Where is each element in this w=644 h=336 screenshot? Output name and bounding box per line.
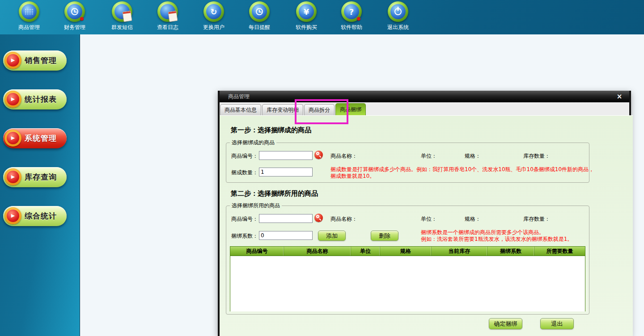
- toolbar-item-reminder[interactable]: 每日提醒: [236, 1, 283, 31]
- bundle-coef-label: 捆绑系数：: [231, 232, 258, 240]
- stock-qty-label: 库存数量：: [523, 152, 550, 160]
- column-header[interactable]: 单位: [351, 247, 380, 256]
- toolbar-item-switch-user[interactable]: ↻ 更换用户: [191, 1, 237, 31]
- toolbar-item-label: 群发短信: [99, 24, 145, 31]
- log-icon: [157, 1, 178, 22]
- column-header[interactable]: 商品编号: [230, 247, 284, 256]
- tab-product-split[interactable]: 商品拆分: [304, 104, 335, 115]
- toolbar-item-exit[interactable]: 退出系统: [375, 1, 421, 31]
- bundle-coef-input[interactable]: [259, 231, 313, 240]
- column-header[interactable]: 商品名称: [284, 247, 351, 256]
- spec-label: 规格：: [465, 215, 481, 223]
- arrow-circle-icon: ▶: [4, 91, 21, 108]
- sidebar-item-summary[interactable]: ▶ 综合统计: [3, 206, 67, 226]
- unit-label: 单位：: [421, 152, 437, 160]
- step2-product-code-input[interactable]: [259, 214, 313, 223]
- step1-heading: 第一步：选择捆绑成的商品: [231, 126, 311, 134]
- toolbar-item-finance[interactable]: 财务管理: [51, 1, 98, 31]
- product-code-label: 商品编号：: [231, 215, 258, 223]
- close-icon[interactable]: ×: [615, 91, 623, 102]
- step1-groupbox: 选择捆绑成的商品 商品编号： 商品名称： 单位： 规格： 库存数量： 捆成数量：…: [226, 143, 589, 183]
- tab-product-bundle[interactable]: 商品捆绑: [335, 103, 366, 115]
- confirm-bundle-button[interactable]: 确定捆绑: [489, 318, 522, 329]
- arrow-circle-icon: ▶: [4, 207, 21, 224]
- table-header-row: 商品编号 商品名称 单位 规格 当前库存 捆绑系数 所需要数量: [230, 247, 585, 256]
- bundle-qty-label: 捆成数量：: [231, 169, 258, 176]
- toolbar-item-label: 软件帮助: [328, 24, 375, 31]
- column-header[interactable]: 捆绑系数: [487, 247, 534, 256]
- tab-product-basic-info[interactable]: 商品基本信息: [220, 104, 261, 115]
- stock-qty-label: 库存数量：: [523, 215, 550, 223]
- step2-groupbox: 选择捆绑所用的商品 商品编号： 商品名称： 单位： 规格： 库存数量： 捆绑系数…: [226, 206, 589, 315]
- sms-icon: [112, 1, 132, 22]
- arrow-circle-icon: ▶: [4, 168, 21, 185]
- products-icon: [19, 1, 39, 22]
- toolbar-item-log[interactable]: 查看日志: [144, 1, 191, 31]
- column-header[interactable]: 规格: [380, 247, 432, 256]
- sidebar-item-sales[interactable]: ▶ 销售管理: [3, 50, 67, 71]
- delete-button[interactable]: 删除: [371, 231, 398, 241]
- spec-label: 规格：: [465, 152, 481, 160]
- switch-user-icon: ↻: [203, 1, 224, 22]
- tab-stock-change-detail[interactable]: 库存变动明细: [262, 104, 303, 115]
- bundle-tab-panel: 第一步：选择捆绑成的商品 选择捆绑成的商品 商品编号： 商品名称： 单位： 规格…: [220, 115, 633, 336]
- add-button[interactable]: 添加: [318, 231, 346, 241]
- toolbar-item-label: 退出系统: [375, 24, 421, 31]
- product-management-dialog: 商品管理 × 商品基本信息 库存变动明细 商品拆分 商品捆绑 第一步：选择捆绑成…: [218, 91, 631, 336]
- exit-button[interactable]: 退出: [540, 318, 574, 329]
- sidebar-item-inventory[interactable]: ▶ 库存查询: [3, 167, 67, 187]
- toolbar-item-purchase[interactable]: ¥ 软件购买: [283, 1, 330, 31]
- product-name-label: 商品名称：: [330, 215, 357, 223]
- reminder-icon: [249, 1, 270, 22]
- sidebar-item-reports[interactable]: ▶ 统计报表: [3, 89, 67, 109]
- exit-icon: [388, 1, 408, 22]
- toolbar-item-label: 每日提醒: [236, 24, 283, 31]
- toolbar-item-label: 财务管理: [51, 24, 98, 31]
- step1-product-code-input[interactable]: [259, 151, 313, 160]
- step1-hint: 捆成数量是打算捆绑成多少个商品。例如：我打算用香皂10个、洗发水10瓶、毛巾10…: [330, 166, 594, 180]
- dialog-title: 商品管理: [228, 93, 250, 100]
- toolbar-item-sms[interactable]: 群发短信: [99, 1, 145, 31]
- step1-group-label: 选择捆绑成的商品: [230, 139, 276, 146]
- toolbar-item-label: 软件购买: [283, 24, 330, 31]
- top-toolbar: 商品管理 财务管理 群发短信 查看日志 ↻ 更换用户 每日提醒 ¥ 软件购买: [0, 0, 644, 34]
- search-icon[interactable]: [314, 214, 323, 222]
- dialog-titlebar[interactable]: 商品管理 ×: [220, 91, 629, 102]
- toolbar-item-label: 更换用户: [191, 24, 237, 31]
- sidebar-item-system[interactable]: ▶ 系统管理: [3, 128, 67, 148]
- toolbar-item-label: 商品管理: [6, 24, 52, 31]
- toolbar-item-help[interactable]: ? 软件帮助: [328, 1, 375, 31]
- column-header[interactable]: 所需要数量: [534, 247, 585, 256]
- arrow-circle-icon: ▶: [4, 130, 21, 147]
- finance-icon: [64, 1, 85, 22]
- search-icon[interactable]: [314, 151, 323, 159]
- product-name-label: 商品名称：: [330, 152, 357, 160]
- dialog-tab-strip: 商品基本信息 库存变动明细 商品拆分 商品捆绑: [220, 102, 629, 115]
- unit-label: 单位：: [421, 215, 437, 223]
- product-code-label: 商品编号：: [231, 152, 258, 160]
- toolbar-item-label: 查看日志: [144, 24, 191, 31]
- purchase-icon: ¥: [296, 1, 317, 22]
- sidebar: ▶ 销售管理 ▶ 统计报表 ▶ 系统管理 ▶ 库存查询 ▶ 综合统计: [0, 34, 80, 336]
- step2-hint: 捆绑系数是一个捆绑成的商品所需要多少个该商品。 例如：洗浴套装所需要1瓶洗发水，…: [421, 229, 572, 243]
- arrow-circle-icon: ▶: [4, 52, 21, 69]
- step2-group-label: 选择捆绑所用的商品: [230, 202, 282, 209]
- toolbar-item-products[interactable]: 商品管理: [6, 1, 52, 31]
- column-header[interactable]: 当前库存: [432, 247, 487, 256]
- help-icon: ?: [341, 1, 362, 22]
- bundle-qty-input[interactable]: [259, 168, 313, 176]
- table-body-empty[interactable]: [230, 256, 585, 311]
- bundle-components-table: 商品编号 商品名称 单位 规格 当前库存 捆绑系数 所需要数量: [230, 246, 585, 311]
- step2-heading: 第二步：选择捆绑所用的商品: [231, 189, 318, 198]
